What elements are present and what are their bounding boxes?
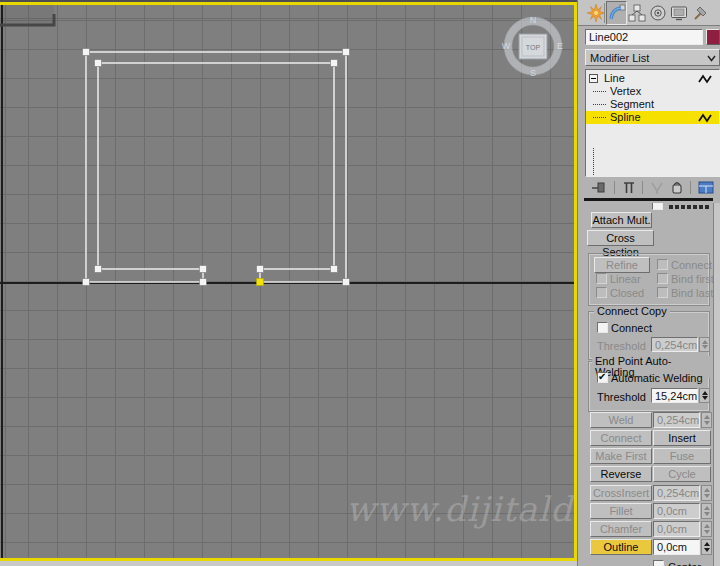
linear-checkbox[interactable]	[596, 273, 607, 284]
center-checkbox[interactable]	[653, 560, 664, 566]
toolbar-separator	[614, 181, 615, 194]
spline-vertex[interactable]	[95, 60, 102, 67]
connect-refine-checkbox[interactable]	[657, 259, 668, 270]
clipped-label-fragment	[669, 205, 709, 209]
spline-vertex[interactable]	[83, 279, 90, 286]
show-end-result-icon[interactable]	[623, 180, 635, 195]
connect-copy-checkbox[interactable]	[597, 322, 608, 333]
cycle-button[interactable]: Cycle	[653, 466, 711, 482]
insert-button[interactable]: Insert	[653, 430, 711, 446]
linear-label: Linear	[610, 273, 641, 285]
compass-west[interactable]: W	[502, 41, 511, 51]
viewport-bottom-strip	[0, 561, 577, 566]
outline-button[interactable]: Outline	[590, 539, 652, 555]
weld-threshold-input[interactable]: 15,24cm	[651, 388, 698, 403]
hammer-icon[interactable]	[691, 4, 709, 22]
configure-modifier-sets-icon[interactable]	[698, 180, 714, 195]
crossinsert-value-input[interactable]: 0,254cm	[653, 485, 700, 501]
chamfer-spinner[interactable]	[701, 521, 712, 537]
stack-item-spline-selected[interactable]: Spline	[586, 111, 719, 124]
chamfer-button[interactable]: Chamfer	[590, 521, 652, 537]
curve-icon[interactable]	[608, 4, 626, 22]
bind-first-checkbox[interactable]	[657, 273, 668, 284]
fillet-button[interactable]: Fillet	[590, 503, 652, 519]
make-unique-icon[interactable]	[650, 180, 664, 195]
chevron-down-icon	[707, 55, 716, 62]
stack-item-line[interactable]: Line	[586, 72, 719, 85]
remove-modifier-icon[interactable]	[670, 180, 684, 195]
sunburst-icon[interactable]	[587, 4, 605, 22]
weld-button[interactable]: Weld	[590, 412, 652, 428]
spline-vertex[interactable]	[83, 49, 90, 56]
stack-toolbar	[578, 179, 713, 197]
refine-button[interactable]: Refine	[594, 257, 650, 273]
modifier-stack[interactable]: Line Vertex Segment Spline	[585, 69, 720, 177]
spline-vertex[interactable]	[95, 266, 102, 273]
connect-copy-threshold-input[interactable]: 0,254cm	[651, 337, 698, 352]
stack-item-label: Spline	[610, 111, 641, 124]
closed-checkbox[interactable]	[596, 287, 607, 298]
wheel-icon[interactable]	[649, 4, 667, 22]
weld-threshold-spinner[interactable]	[699, 388, 710, 403]
spline-vertex[interactable]	[257, 266, 264, 273]
automatic-welding-checkbox[interactable]	[597, 372, 608, 383]
command-panel-tabs	[578, 0, 720, 26]
object-color-swatch[interactable]	[706, 29, 720, 45]
bind-first-label: Bind first	[671, 273, 713, 285]
connect-copy-label: Connect	[611, 322, 652, 334]
spline-vertex[interactable]	[343, 49, 350, 56]
chamfer-value-input[interactable]: 0,0cm	[653, 521, 700, 537]
viewport-top[interactable]: www.dijitaldev N E S W TOP	[0, 0, 577, 566]
fillet-spinner[interactable]	[701, 503, 712, 519]
spline-vertex[interactable]	[343, 279, 350, 286]
stack-item-label: Vertex	[610, 85, 641, 98]
geometry-rollout: Attach Mult. Cross Section Refine Connec…	[578, 203, 713, 566]
stack-item-label: Line	[604, 72, 625, 85]
hierarchy-icon[interactable]	[628, 4, 646, 22]
spline-vertex-selected[interactable]	[257, 279, 264, 286]
weld-spinner[interactable]	[701, 412, 712, 428]
fillet-value-input[interactable]: 0,0cm	[653, 503, 700, 519]
spline-vertex[interactable]	[331, 266, 338, 273]
connect-copy-threshold-spinner[interactable]	[699, 337, 710, 352]
spline-overlay[interactable]	[0, 5, 574, 558]
toolbar-separator	[642, 181, 643, 194]
rollout-scrollbar[interactable]	[713, 203, 720, 566]
modifier-list-dropdown[interactable]: Modifier List	[585, 49, 720, 66]
stack-item-segment[interactable]: Segment	[586, 98, 719, 111]
stack-item-label: Segment	[610, 98, 654, 111]
connect-copy-title: Connect Copy	[594, 306, 670, 317]
make-first-button[interactable]: Make First	[590, 448, 652, 464]
fuse-button[interactable]: Fuse	[653, 448, 711, 464]
outline-value-input[interactable]: 0,0cm	[653, 539, 700, 555]
3dsmax-window: www.dijitaldev N E S W TOP	[0, 0, 720, 566]
spline-vertex[interactable]	[331, 60, 338, 67]
compass-south[interactable]: S	[530, 68, 536, 78]
viewcube-face-label[interactable]: TOP	[526, 44, 541, 51]
spline-vertex[interactable]	[200, 266, 207, 273]
tab-separator	[604, 3, 605, 23]
rollout-separator	[584, 198, 713, 201]
collapse-expander-icon[interactable]	[589, 74, 598, 83]
pin-stack-icon[interactable]	[592, 180, 606, 195]
outline-spinner[interactable]	[701, 539, 712, 555]
clipped-checkbox[interactable]	[652, 203, 663, 210]
weld-value-input[interactable]: 0,254cm	[653, 412, 700, 428]
reverse-button[interactable]: Reverse	[590, 466, 652, 482]
viewcube[interactable]: N E S W TOP	[501, 14, 565, 78]
crossinsert-spinner[interactable]	[701, 485, 712, 501]
connect-copy-threshold-label: Threshold	[597, 340, 646, 352]
cross-section-button[interactable]: Cross Section	[587, 230, 654, 246]
bind-last-checkbox[interactable]	[657, 287, 668, 298]
object-name-input[interactable]: Line002	[585, 29, 703, 45]
compass-east[interactable]: E	[557, 41, 563, 51]
connect-button[interactable]: Connect	[590, 430, 652, 446]
wall-spline[interactable]	[86, 52, 346, 282]
watermark-text: www.dijitaldev	[346, 489, 577, 539]
stack-item-vertex[interactable]: Vertex	[586, 85, 719, 98]
attach-mult-button[interactable]: Attach Mult.	[591, 212, 652, 228]
monitor-icon[interactable]	[670, 4, 688, 22]
spline-vertex[interactable]	[200, 279, 207, 286]
crossinsert-button[interactable]: CrossInsert	[590, 485, 652, 501]
compass-north[interactable]: N	[530, 15, 537, 25]
